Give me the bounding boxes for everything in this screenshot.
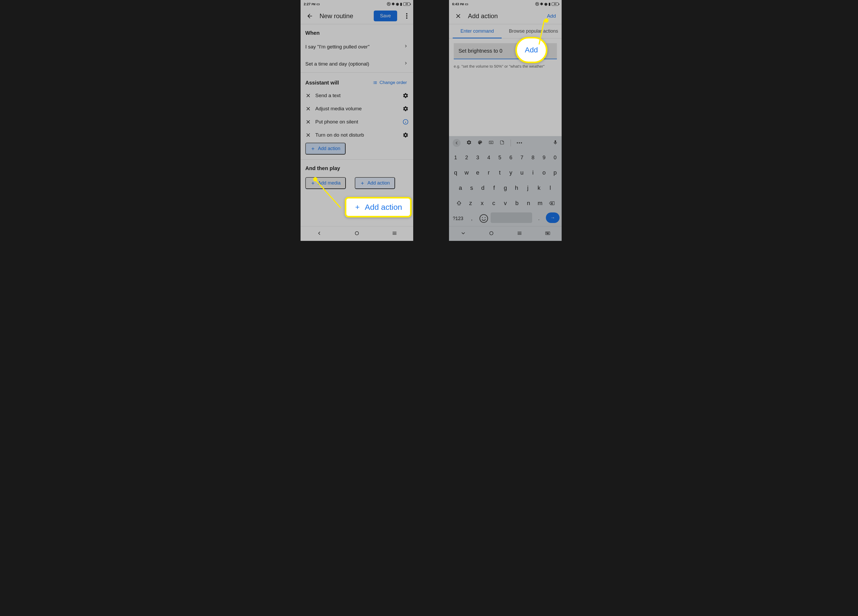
kbd-key-d[interactable]: d — [478, 182, 488, 194]
save-button[interactable]: Save — [374, 11, 397, 21]
kbd-key-s[interactable]: s — [466, 182, 477, 194]
assistant-heading: Assistant will — [305, 80, 339, 86]
nav-home-button[interactable] — [354, 230, 360, 237]
kbd-numeric-key[interactable]: ?123 — [451, 212, 465, 224]
info-icon[interactable] — [403, 119, 409, 125]
kbd-sticker-icon[interactable] — [499, 140, 505, 146]
gear-icon[interactable] — [403, 132, 409, 138]
kbd-collapse-button[interactable] — [453, 139, 460, 147]
kbd-key-7[interactable]: 7 — [517, 151, 527, 163]
kbd-more-icon[interactable]: ••• — [517, 141, 523, 145]
page-title: Add action — [468, 12, 498, 20]
trigger-phrase-row[interactable]: I say "I'm getting pulled over" — [300, 38, 413, 55]
app-bar: New routine Save — [300, 8, 413, 24]
kbd-key-u[interactable]: u — [517, 166, 527, 179]
kbd-key-t[interactable]: t — [495, 166, 505, 179]
action-label: Adjust media volume — [315, 106, 398, 112]
kbd-comma-key[interactable]: , — [466, 212, 477, 224]
remove-action-button[interactable] — [305, 119, 311, 125]
kbd-key-1[interactable]: 1 — [451, 151, 460, 163]
tab-enter-command[interactable]: Enter command — [449, 24, 505, 38]
kbd-key-i[interactable]: i — [528, 166, 538, 179]
kbd-key-a[interactable]: a — [455, 182, 466, 194]
callout-bubble: Add — [515, 37, 547, 63]
add-action-chip[interactable]: Add action — [305, 143, 345, 154]
remove-action-button[interactable] — [305, 106, 311, 112]
kbd-space-key[interactable] — [491, 212, 532, 223]
kbd-key-e[interactable]: e — [473, 166, 483, 179]
kbd-key-p[interactable]: p — [550, 166, 560, 179]
kbd-key-r[interactable]: r — [484, 166, 494, 179]
chevron-right-icon — [403, 44, 409, 50]
status-bar: 6:43 PM ▭ ⓝ ✱ ◉ ▮ 44 — [449, 0, 562, 8]
signal-icon: ▮ — [549, 2, 550, 6]
kbd-key-y[interactable]: y — [506, 166, 516, 179]
kbd-enter-key[interactable]: → — [546, 212, 560, 223]
kbd-key-n[interactable]: n — [523, 197, 534, 209]
close-button[interactable] — [453, 11, 463, 21]
nav-recents-button[interactable] — [392, 230, 398, 237]
remove-action-button[interactable] — [305, 93, 311, 98]
on-screen-keyboard[interactable]: ••• 1234567890 qwertyuiop asdfghjkl zxcv… — [449, 136, 562, 226]
kbd-key-2[interactable]: 2 — [462, 151, 472, 163]
tabs: Enter command Browse popular actions — [449, 24, 562, 39]
remove-action-button[interactable] — [305, 132, 311, 138]
kbd-key-z[interactable]: z — [465, 197, 476, 209]
change-order-button[interactable]: Change order — [371, 78, 409, 87]
kbd-key-c[interactable]: c — [488, 197, 499, 209]
kbd-shift-key[interactable] — [454, 197, 464, 209]
nav-keyboard-switch-button[interactable] — [545, 230, 550, 237]
back-button[interactable] — [305, 11, 315, 21]
kbd-key-9[interactable]: 9 — [539, 151, 549, 163]
kbd-key-0[interactable]: 0 — [550, 151, 560, 163]
nav-home-button[interactable] — [488, 230, 494, 237]
kbd-key-b[interactable]: b — [511, 197, 522, 209]
screenshot-indicator-icon: ▭ — [316, 2, 320, 6]
kbd-emoji-key[interactable] — [479, 212, 489, 224]
signal-icon: ▮ — [400, 2, 402, 6]
kbd-key-w[interactable]: w — [462, 166, 472, 179]
kbd-keyboard-icon[interactable] — [488, 140, 494, 146]
kbd-key-o[interactable]: o — [539, 166, 549, 179]
nav-hide-kbd-button[interactable] — [460, 230, 466, 237]
add-action-button-then[interactable]: Add action — [355, 177, 395, 189]
status-time: 6:43 — [452, 2, 459, 6]
kbd-key-4[interactable]: 4 — [484, 151, 494, 163]
kbd-key-v[interactable]: v — [500, 197, 511, 209]
kbd-key-g[interactable]: g — [500, 182, 511, 194]
screenshot-pair: 2:27 PM ▭ ⓝ ✱ ◉ ▮ 49 New routine Save Wh… — [260, 0, 598, 244]
kbd-key-h[interactable]: h — [511, 182, 522, 194]
kbd-mic-icon[interactable] — [553, 140, 558, 146]
status-ampm: PM — [312, 3, 316, 6]
kbd-key-6[interactable]: 6 — [506, 151, 516, 163]
nav-recents-button[interactable] — [517, 230, 522, 237]
kbd-key-3[interactable]: 3 — [473, 151, 483, 163]
action-row: Turn on do not disturb — [300, 129, 413, 142]
kbd-key-l[interactable]: l — [545, 182, 555, 194]
plus-icon — [354, 204, 361, 210]
kbd-palette-icon[interactable] — [477, 140, 483, 146]
status-bar: 2:27 PM ▭ ⓝ ✱ ◉ ▮ 49 — [300, 0, 413, 8]
nav-back-button[interactable] — [316, 230, 322, 237]
kbd-settings-icon[interactable] — [466, 140, 472, 146]
gear-icon[interactable] — [403, 93, 409, 98]
schedule-row[interactable]: Set a time and day (optional) — [300, 55, 413, 72]
kbd-period-key[interactable]: . — [534, 212, 544, 224]
kbd-key-m[interactable]: m — [535, 197, 546, 209]
more-menu-button[interactable] — [404, 12, 409, 20]
status-ampm: PM — [460, 3, 464, 6]
kbd-key-q[interactable]: q — [451, 166, 460, 179]
when-section: When — [300, 24, 413, 38]
kbd-key-5[interactable]: 5 — [495, 151, 505, 163]
gear-icon[interactable] — [403, 106, 409, 112]
kbd-key-x[interactable]: x — [477, 197, 487, 209]
phone-right: 6:43 PM ▭ ⓝ ✱ ◉ ▮ 44 Add action Add Ente… — [449, 0, 562, 241]
tab-browse-popular[interactable]: Browse popular actions — [505, 24, 562, 38]
kbd-key-f[interactable]: f — [489, 182, 499, 194]
add-media-button[interactable]: Add media — [305, 177, 346, 189]
kbd-key-8[interactable]: 8 — [528, 151, 538, 163]
kbd-backspace-key[interactable] — [546, 197, 557, 209]
kbd-key-j[interactable]: j — [523, 182, 533, 194]
kbd-key-k[interactable]: k — [534, 182, 544, 194]
when-heading: When — [305, 30, 409, 36]
